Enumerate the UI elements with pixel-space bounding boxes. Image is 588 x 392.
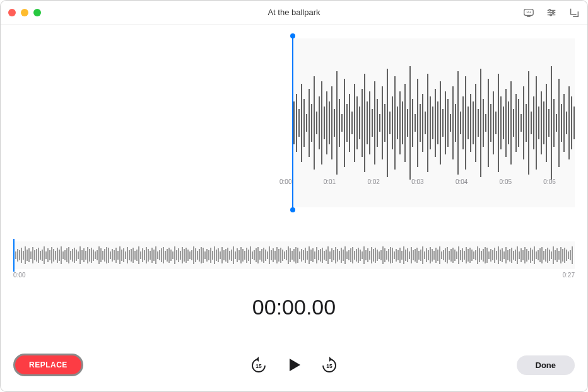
ruler-tick: 0:00 (279, 178, 324, 188)
overview-times: 0:00 0:27 (13, 272, 575, 279)
ruler-tick: 0:03 (411, 178, 456, 188)
main-time-ruler: 0:00 0:01 0:02 0:03 0:04 0:05 0:06 (279, 178, 587, 188)
ruler-tick: 0:02 (367, 178, 411, 188)
traffic-lights (8, 9, 41, 16)
controls-bar: REPLACE 15 15 (13, 354, 575, 376)
svg-point-4 (549, 9, 551, 11)
timer-display: 00:00.00 (13, 295, 575, 320)
play-icon[interactable] (285, 356, 303, 374)
overview-start-time: 0:00 (13, 272, 25, 279)
settings-icon[interactable] (546, 7, 557, 18)
ruler-tick: 0:01 (324, 178, 368, 188)
titlebar: At the ballpark (1, 1, 587, 25)
playback-controls: 15 15 (250, 356, 338, 374)
svg-text:15: 15 (326, 363, 332, 369)
svg-point-6 (550, 14, 552, 16)
window-title: At the ballpark (268, 8, 320, 17)
ruler-tick: 0:04 (456, 178, 500, 188)
svg-text:15: 15 (256, 363, 262, 369)
skip-forward-15-icon[interactable]: 15 (320, 356, 338, 374)
ruler-tick: 0:05 (500, 178, 544, 188)
done-button[interactable]: Done (517, 355, 575, 375)
minimize-window-button[interactable] (21, 9, 28, 16)
titlebar-actions (523, 7, 580, 18)
fullscreen-window-button[interactable] (33, 9, 41, 16)
overview-waveform[interactable] (13, 241, 575, 269)
skip-back-15-icon[interactable]: 15 (250, 356, 268, 374)
close-window-button[interactable] (8, 9, 16, 16)
voice-memo-editor-window: At the ballpark (0, 0, 588, 392)
playhead[interactable] (292, 36, 293, 210)
svg-point-5 (552, 11, 554, 13)
playback-speed-icon[interactable] (523, 7, 534, 18)
replace-button[interactable]: REPLACE (13, 354, 83, 376)
overview-playhead[interactable] (13, 239, 15, 272)
ruler-tick: 0:06 (543, 178, 587, 188)
editor-content: 0:00 0:01 0:02 0:03 0:04 0:05 0:06 0:00 … (1, 38, 587, 320)
trim-icon[interactable] (568, 7, 580, 18)
overview-end-time: 0:27 (563, 272, 575, 279)
